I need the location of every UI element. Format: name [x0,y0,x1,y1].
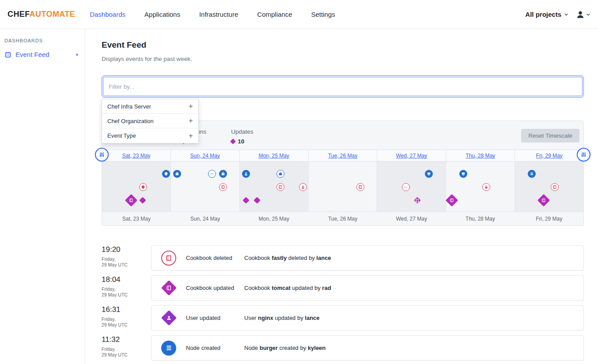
event-card[interactable]: Node createdNode burger created by kylee… [151,335,584,360]
projects-selector[interactable]: All projects [525,11,569,18]
event-entity-name: tomcat [272,285,291,291]
timeline-event-deleted[interactable] [551,183,559,191]
nav-item-infrastructure[interactable]: Infrastructure [199,11,238,18]
nav-item-applications[interactable]: Applications [144,11,180,18]
nav-item-dashboards[interactable]: Dashboards [90,11,125,18]
stat-label: Updates [231,128,253,135]
shield-icon [141,185,145,189]
client-icon [427,172,431,176]
timeline-event-deleted[interactable] [402,183,410,191]
chef-automate-logo: CHEFAUTOMATE [8,10,75,19]
timeline-event-created[interactable] [276,170,284,178]
projects-selector-label: All projects [525,11,561,18]
event-description-text: deleted by [287,255,316,261]
user-icon [301,185,305,189]
timeline-event-updated[interactable] [242,197,250,204]
event-description-text: Node [244,345,260,351]
timeline-event-updated[interactable] [446,194,458,206]
timeline-event-deleted[interactable] [482,183,490,191]
event-description-text: updated by [291,285,322,291]
expand-plus-icon[interactable]: + [189,102,193,111]
lock-icon [484,185,488,189]
event-row: 11:32Friday,29 May UTCNode createdNode b… [102,335,584,360]
nav-item-compliance[interactable]: Compliance [257,11,292,18]
event-description: Cookbook tomcat updated by rad [244,285,331,291]
timeline-day-link-mon-25-may[interactable]: Mon, 25 May [240,150,309,161]
timeline-event-created[interactable] [425,170,433,178]
client-icon [461,172,466,176]
timeline-event-created[interactable] [208,170,216,178]
timescale-handle-right[interactable] [577,148,590,161]
book-icon [221,185,225,189]
node-icon [530,172,534,176]
timescale-handle-left[interactable] [95,148,109,161]
expand-plus-icon[interactable]: + [189,116,193,125]
shield-icon [164,172,168,176]
expand-plus-icon[interactable]: + [189,131,193,140]
timeline-day-label-sat-23-may: Sat, 23 May [102,212,171,225]
event-card[interactable]: Cookbook deletedCookbook fastly deleted … [151,245,584,270]
filter-input[interactable] [102,75,584,98]
event-entity-name: rad [322,285,331,291]
timeline-event-deleted[interactable] [139,183,147,191]
event-description-text: created by [278,345,308,351]
filter-category-label: Chef Organization [107,118,154,124]
reset-timescale-button[interactable]: Reset Timescale [521,129,579,143]
ellipsis-icon [404,185,408,189]
event-description: Node burger created by kyleen [244,345,325,351]
timeline-day-link-sat-23-may[interactable]: Sat, 23 May [102,150,171,161]
timeline-event-created[interactable] [173,170,181,178]
timeline-event-updated[interactable] [139,197,146,204]
nav-item-settings[interactable]: Settings [311,11,335,18]
timeline-day-link-thu-28-may[interactable]: Thu, 28 May [446,150,515,161]
chevron-down-icon [586,12,591,17]
book-icon [450,198,454,203]
filter-category-chef-infra-server[interactable]: Chef Infra Server+ [102,99,198,114]
timeline-event-updated[interactable] [414,197,421,204]
user-menu[interactable] [576,10,591,19]
timeline-event-updated[interactable] [537,194,549,206]
diamond-icon [230,139,236,144]
timeline-event-created[interactable] [459,170,467,178]
event-card[interactable]: User updatedUser nginx updated by lance [151,305,584,330]
sidebar-item-label: Event Feed [15,51,49,58]
timeline-icons-layer [102,161,583,211]
filter-category-chef-organization[interactable]: Chef Organization+ [102,114,198,128]
book-icon [415,198,420,203]
chevron-down-icon [564,12,569,17]
event-card[interactable]: Cookbook updatedCookbook tomcat updated … [151,275,584,300]
timeline-day-link-wed-27-may[interactable]: Wed, 27 May [377,150,446,161]
timeline-event-updated[interactable] [254,197,261,204]
event-type-label: Node created [186,345,244,351]
stat-updates: Updates10 [231,128,253,145]
timeline-event-deleted[interactable] [219,183,227,191]
triangle-right-icon [75,53,79,57]
timeline-event-created[interactable] [242,170,250,178]
timeline-day-link-tue-26-may[interactable]: Tue, 26 May [309,150,378,161]
event-entity-name: burger [260,345,278,351]
bag-icon [278,172,283,176]
event-row: 19:20Friday,29 May UTCCookbook deletedCo… [102,245,584,270]
timeline-day-label-tue-26-may: Tue, 26 May [308,212,377,225]
event-icon-box [161,340,177,356]
filter-category-label: Event Type [107,132,136,139]
timeline-event-deleted[interactable] [356,183,364,191]
timeline-event-created[interactable] [219,170,227,178]
bag-icon [175,172,179,176]
timeline-day-link-fri-29-may[interactable]: Fri, 29 May [515,150,583,161]
filter-category-event-type[interactable]: Event Type+ [102,128,198,143]
timeline-event-updated[interactable] [125,194,137,206]
timeline-day-link-sun-24-may[interactable]: Sun, 24 May [171,150,240,161]
sidebar: DASHBOARDS Event Feed [0,29,85,364]
timeline-event-deleted[interactable] [276,183,284,191]
timeline-event-deleted[interactable] [299,183,307,191]
sidebar-item-event-feed[interactable]: Event Feed [0,48,85,61]
timeline-event-created[interactable] [528,170,536,178]
bag-icon [221,172,225,176]
event-type-label: Cookbook updated [186,285,244,291]
book-icon [278,185,283,189]
timeline-event-created[interactable] [162,170,170,178]
node-icon [165,344,173,352]
user-icon [244,172,248,176]
user-icon [166,315,172,321]
